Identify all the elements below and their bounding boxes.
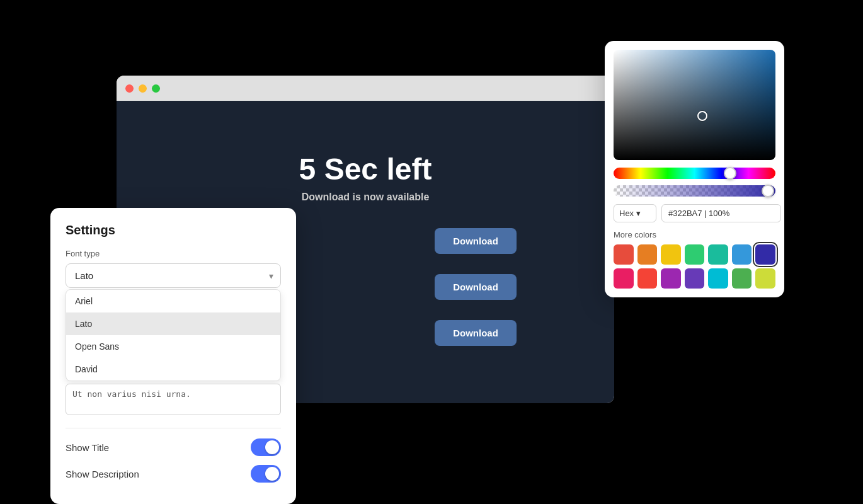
maximize-button[interactable]	[152, 84, 160, 93]
download-button-1[interactable]: Download	[435, 228, 517, 254]
browser-titlebar	[117, 76, 614, 101]
color-picker-panel: Hex ▾ More colors	[605, 41, 784, 297]
download-button-3[interactable]: Download	[435, 320, 517, 346]
swatch-row-2	[614, 268, 775, 289]
swatch-deep-purple[interactable]	[685, 268, 705, 289]
swatch-blue[interactable]	[732, 244, 752, 265]
hue-slider-thumb[interactable]	[724, 167, 736, 180]
color-cursor[interactable]	[697, 111, 707, 121]
swatch-orange[interactable]	[637, 244, 658, 265]
color-gradient-canvas[interactable]	[614, 50, 775, 160]
settings-title: Settings	[66, 223, 281, 238]
font-option-lato[interactable]: Lato	[66, 312, 280, 335]
hex-label: Hex	[619, 209, 634, 218]
settings-divider	[66, 428, 281, 428]
swatch-yellow[interactable]	[661, 244, 681, 265]
swatch-lime[interactable]	[755, 268, 775, 289]
alpha-slider[interactable]	[614, 185, 775, 197]
show-title-toggle[interactable]	[251, 438, 281, 456]
font-option-opensans[interactable]: Open Sans	[66, 335, 280, 358]
swatch-green[interactable]	[685, 244, 705, 265]
countdown-title: 5 Sec left	[299, 152, 432, 186]
show-description-toggle[interactable]	[251, 465, 281, 483]
color-swatches	[614, 244, 775, 289]
swatch-purple[interactable]	[661, 268, 681, 289]
color-inputs-row: Hex ▾	[614, 204, 775, 222]
font-option-david[interactable]: David	[66, 358, 280, 381]
swatch-light-green[interactable]	[732, 268, 752, 289]
alpha-slider-thumb[interactable]	[762, 185, 774, 197]
hex-chevron-icon: ▾	[636, 209, 641, 218]
hue-slider[interactable]	[614, 168, 775, 179]
hex-value-input[interactable]	[661, 204, 781, 222]
show-description-row: Show Description	[66, 465, 281, 483]
font-select-wrapper: Lato ▾	[66, 263, 281, 288]
swatch-cyan[interactable]	[708, 268, 728, 289]
download-button-2[interactable]: Download	[435, 274, 517, 300]
settings-panel: Settings Font type Lato ▾ Ariel Lato Ope…	[50, 208, 296, 504]
swatch-red2[interactable]	[637, 268, 658, 289]
show-title-label: Show Title	[66, 442, 109, 453]
font-dropdown-menu: Ariel Lato Open Sans David	[66, 289, 281, 381]
swatch-teal[interactable]	[708, 244, 728, 265]
show-title-row: Show Title	[66, 438, 281, 456]
preview-textarea[interactable]: Ut non varius nisi urna.	[66, 384, 281, 415]
font-option-ariel[interactable]: Ariel	[66, 290, 280, 312]
show-description-label: Show Description	[66, 469, 139, 479]
swatch-indigo[interactable]	[755, 244, 775, 265]
font-type-label: Font type	[66, 249, 281, 258]
more-colors-label: More colors	[614, 230, 775, 239]
hex-type-select[interactable]: Hex ▾	[614, 204, 656, 222]
swatch-row-1	[614, 244, 775, 265]
swatch-pink[interactable]	[614, 268, 634, 289]
font-type-select[interactable]: Lato	[66, 263, 281, 288]
minimize-button[interactable]	[139, 84, 147, 93]
close-button[interactable]	[125, 84, 134, 93]
countdown-subtitle: Download is now available	[302, 192, 430, 203]
swatch-red[interactable]	[614, 244, 634, 265]
